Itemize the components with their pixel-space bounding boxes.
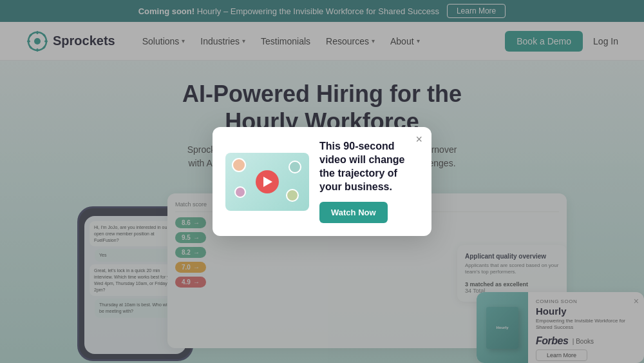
modal-close-button[interactable]: × <box>415 133 422 145</box>
play-button[interactable] <box>256 170 279 193</box>
watch-now-button[interactable]: Watch Now <box>319 202 388 223</box>
avatar-4 <box>286 189 299 202</box>
avatar-3 <box>234 186 246 198</box>
modal-text-content: This 90-second video will change the tra… <box>319 140 419 222</box>
modal-headline: This 90-second video will change the tra… <box>319 140 419 193</box>
avatar-2 <box>289 161 301 173</box>
modal-overlay: × This 90-second video will change the t… <box>0 0 644 363</box>
video-thumbnail[interactable] <box>225 153 309 211</box>
video-modal: × This 90-second video will change the t… <box>213 127 431 235</box>
avatar-1 <box>232 158 246 172</box>
play-icon <box>263 177 272 187</box>
